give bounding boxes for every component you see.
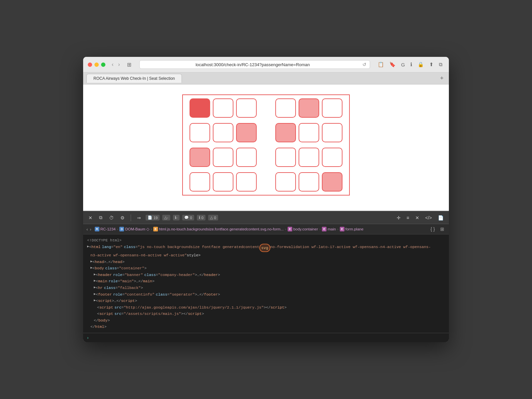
devtools-console: › [83,333,449,342]
google-icon[interactable]: G [399,61,407,68]
window-icon[interactable]: ⧉ [437,61,444,68]
seat[interactable] [275,172,296,192]
code-line-hr: < hr class="fallback" > [87,285,445,291]
bc-arrow: › [117,227,118,231]
body-close-tag: body [98,317,108,324]
devtools-history-btn[interactable]: ⏱ [107,214,116,222]
breadcrumb-item-rc[interactable]: R RC-1234 [95,227,116,231]
breadcrumb-item-body[interactable]: E body.container [288,227,318,231]
seat[interactable] [213,172,233,192]
bookmark-icon[interactable]: 📋 [376,61,386,68]
seat[interactable] [213,148,233,167]
devtools-panel: ✕ ⧉ ⏱ ⚙ ⇒ 📄 19 △- ℹ- 💬 0 ℹ 0 [83,211,449,342]
breadcrumb-forward[interactable]: › [90,227,91,232]
maximize-button[interactable] [101,63,105,67]
bc-arrow: › [285,227,286,231]
file-count: 19 [154,216,158,220]
html-classes-rest: no-formvalidation wf-lato-i7-active wf-o… [270,244,431,252]
warning-icon: ℹ [199,215,200,220]
head-close: head [113,259,122,265]
bc-layout-btn[interactable]: { } [429,226,436,232]
address-bar[interactable]: localhost:3000/check-in/RC-1234?passenge… [139,60,370,69]
seat[interactable] [322,148,342,167]
devtools-close-btn[interactable]: ✕ [86,214,94,222]
devtools-dock-btn[interactable]: ⧉ [97,213,104,222]
file-btn[interactable]: 📄 [436,214,446,222]
nav-buttons: ‹ › [110,61,122,68]
file-icon: 📄 [148,215,152,220]
layers-btn[interactable]: ≡ [405,214,411,222]
info-icon[interactable]: ℹ [409,61,414,68]
console-count-badge: 💬 0 [182,215,194,220]
seat[interactable] [236,123,257,142]
breadcrumb-item-form[interactable]: E form.plane [340,227,363,231]
code-btn[interactable]: </> [423,214,434,222]
breadcrumb-item-dom[interactable]: D DOM-Baum ◇ [119,227,149,231]
dom-icon: D [119,227,124,231]
seat-group-right [275,123,342,142]
seat[interactable] [275,98,296,118]
breadcrumb-item-main[interactable]: E main [322,227,336,231]
devtools-settings-btn[interactable]: ⚙ [118,214,127,222]
select-btn[interactable]: ✕ [413,214,421,222]
shield-icon[interactable]: 🔒 [416,61,426,68]
alert-icon: △ [210,215,213,220]
form-icon: E [340,227,344,231]
seat-group-right [275,98,342,118]
breadcrumb-item-html[interactable]: E html.js.no-touch.backgroundsize.fontfa… [153,227,284,231]
doctype-text: <!DOCTYPE html> [87,237,122,244]
seat[interactable] [322,172,342,192]
share-icon[interactable]: ⬆ [428,61,435,68]
seat[interactable] [190,98,210,118]
seat[interactable] [299,98,319,118]
code-line-header: < header role="banner" class="company-he… [87,272,445,278]
seat[interactable] [236,148,257,167]
code-line-body: < body class="container" > [87,265,445,272]
seat-row [190,148,342,167]
seat[interactable] [299,123,319,142]
bc-dom-label: DOM-Baum ◇ [125,227,149,231]
toolbar-right: ✛ ≡ ✕ </> 📄 [395,214,446,222]
seat[interactable] [213,123,233,142]
devtools-step-btn[interactable]: ⇒ [135,214,143,222]
seat[interactable] [275,123,296,142]
bookmarks-icon[interactable]: 🔖 [388,61,397,68]
bc-html-label: html.js.no-touch.backgroundsize.fontface… [159,227,284,231]
error-badge: △- [162,215,170,220]
back-button[interactable]: ‹ [110,61,115,68]
forward-button[interactable]: › [116,61,121,68]
seat[interactable] [236,172,257,192]
breadcrumb-back[interactable]: ‹ [86,227,88,232]
breadcrumb-items: R RC-1234 › D DOM-Baum ◇ › E html.js.no-… [95,227,363,231]
crosshair-btn[interactable]: ✛ [395,214,403,222]
code-line-doctype: <!DOCTYPE html> [87,237,445,244]
new-tab-button[interactable]: + [438,75,446,82]
devtools-toolbar: ✕ ⧉ ⏱ ⚙ ⇒ 📄 19 △- ℹ- 💬 0 ℹ 0 [83,211,449,224]
bc-arrow: › [151,227,152,231]
seat[interactable] [213,98,233,118]
toolbar-right: 📋 🔖 G ℹ 🔒 ⬆ ⧉ [376,61,444,68]
footer-tag: footer [98,291,112,298]
page-content [83,84,449,211]
seat[interactable] [322,98,342,118]
reload-button[interactable]: ↺ [362,62,366,67]
bc-grid-btn[interactable]: ⊞ [439,226,446,232]
seat[interactable] [190,172,210,192]
sidebar-toggle[interactable]: ⊞ [125,61,133,68]
script1-tag: script [98,298,112,304]
seat[interactable] [236,98,257,118]
seat[interactable] [190,148,210,167]
seat[interactable] [299,172,319,192]
seat[interactable] [275,148,296,167]
separator [131,214,131,221]
active-tab[interactable]: ROCA Airways Web Check-In | Seat Selecti… [86,74,182,83]
hr-tag: hr [98,285,103,291]
seat[interactable] [299,148,319,167]
seat[interactable] [190,123,210,142]
seat[interactable] [322,123,342,142]
minimize-button[interactable] [94,63,99,67]
console-input[interactable] [90,335,445,340]
breadcrumb-nav: ‹ › [86,227,91,232]
html-tag: html [91,244,101,252]
close-button[interactable] [88,63,92,67]
